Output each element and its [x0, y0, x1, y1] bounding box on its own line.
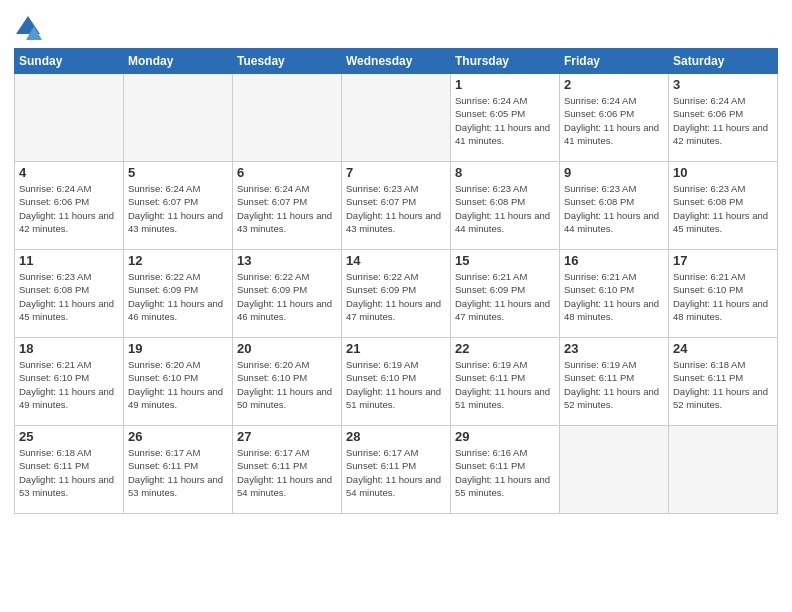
calendar-cell: 13Sunrise: 6:22 AMSunset: 6:09 PMDayligh… [233, 250, 342, 338]
day-number: 16 [564, 253, 664, 268]
day-info: Sunrise: 6:19 AMSunset: 6:11 PMDaylight:… [564, 358, 664, 411]
day-info: Sunrise: 6:18 AMSunset: 6:11 PMDaylight:… [19, 446, 119, 499]
day-number: 5 [128, 165, 228, 180]
day-info: Sunrise: 6:19 AMSunset: 6:11 PMDaylight:… [455, 358, 555, 411]
day-number: 23 [564, 341, 664, 356]
logo-icon [14, 14, 42, 42]
calendar-cell: 16Sunrise: 6:21 AMSunset: 6:10 PMDayligh… [560, 250, 669, 338]
day-info: Sunrise: 6:18 AMSunset: 6:11 PMDaylight:… [673, 358, 773, 411]
week-row-3: 18Sunrise: 6:21 AMSunset: 6:10 PMDayligh… [15, 338, 778, 426]
calendar-cell: 17Sunrise: 6:21 AMSunset: 6:10 PMDayligh… [669, 250, 778, 338]
day-info: Sunrise: 6:21 AMSunset: 6:10 PMDaylight:… [673, 270, 773, 323]
day-number: 8 [455, 165, 555, 180]
week-row-0: 1Sunrise: 6:24 AMSunset: 6:05 PMDaylight… [15, 74, 778, 162]
calendar-cell: 7Sunrise: 6:23 AMSunset: 6:07 PMDaylight… [342, 162, 451, 250]
header-day-sunday: Sunday [15, 49, 124, 74]
calendar-cell [124, 74, 233, 162]
day-info: Sunrise: 6:23 AMSunset: 6:08 PMDaylight:… [673, 182, 773, 235]
day-info: Sunrise: 6:20 AMSunset: 6:10 PMDaylight:… [128, 358, 228, 411]
calendar-cell: 23Sunrise: 6:19 AMSunset: 6:11 PMDayligh… [560, 338, 669, 426]
calendar-cell: 28Sunrise: 6:17 AMSunset: 6:11 PMDayligh… [342, 426, 451, 514]
calendar-cell: 29Sunrise: 6:16 AMSunset: 6:11 PMDayligh… [451, 426, 560, 514]
day-info: Sunrise: 6:16 AMSunset: 6:11 PMDaylight:… [455, 446, 555, 499]
day-number: 7 [346, 165, 446, 180]
calendar-cell: 3Sunrise: 6:24 AMSunset: 6:06 PMDaylight… [669, 74, 778, 162]
day-info: Sunrise: 6:23 AMSunset: 6:07 PMDaylight:… [346, 182, 446, 235]
calendar-cell [233, 74, 342, 162]
header [14, 10, 778, 42]
calendar-cell: 26Sunrise: 6:17 AMSunset: 6:11 PMDayligh… [124, 426, 233, 514]
day-number: 4 [19, 165, 119, 180]
day-number: 27 [237, 429, 337, 444]
calendar-cell: 20Sunrise: 6:20 AMSunset: 6:10 PMDayligh… [233, 338, 342, 426]
day-number: 9 [564, 165, 664, 180]
calendar-cell [669, 426, 778, 514]
calendar-cell: 2Sunrise: 6:24 AMSunset: 6:06 PMDaylight… [560, 74, 669, 162]
day-info: Sunrise: 6:19 AMSunset: 6:10 PMDaylight:… [346, 358, 446, 411]
day-number: 19 [128, 341, 228, 356]
day-info: Sunrise: 6:22 AMSunset: 6:09 PMDaylight:… [237, 270, 337, 323]
calendar-cell [560, 426, 669, 514]
calendar-cell: 9Sunrise: 6:23 AMSunset: 6:08 PMDaylight… [560, 162, 669, 250]
day-info: Sunrise: 6:22 AMSunset: 6:09 PMDaylight:… [346, 270, 446, 323]
calendar-cell: 25Sunrise: 6:18 AMSunset: 6:11 PMDayligh… [15, 426, 124, 514]
day-number: 22 [455, 341, 555, 356]
calendar-cell: 21Sunrise: 6:19 AMSunset: 6:10 PMDayligh… [342, 338, 451, 426]
calendar-cell: 10Sunrise: 6:23 AMSunset: 6:08 PMDayligh… [669, 162, 778, 250]
day-number: 21 [346, 341, 446, 356]
header-day-tuesday: Tuesday [233, 49, 342, 74]
day-info: Sunrise: 6:17 AMSunset: 6:11 PMDaylight:… [237, 446, 337, 499]
day-number: 29 [455, 429, 555, 444]
header-day-wednesday: Wednesday [342, 49, 451, 74]
calendar-cell: 22Sunrise: 6:19 AMSunset: 6:11 PMDayligh… [451, 338, 560, 426]
day-number: 1 [455, 77, 555, 92]
day-number: 15 [455, 253, 555, 268]
day-info: Sunrise: 6:23 AMSunset: 6:08 PMDaylight:… [19, 270, 119, 323]
day-info: Sunrise: 6:17 AMSunset: 6:11 PMDaylight:… [128, 446, 228, 499]
day-number: 17 [673, 253, 773, 268]
day-info: Sunrise: 6:24 AMSunset: 6:06 PMDaylight:… [19, 182, 119, 235]
logo [14, 14, 44, 42]
day-info: Sunrise: 6:22 AMSunset: 6:09 PMDaylight:… [128, 270, 228, 323]
header-day-thursday: Thursday [451, 49, 560, 74]
day-info: Sunrise: 6:23 AMSunset: 6:08 PMDaylight:… [455, 182, 555, 235]
day-number: 25 [19, 429, 119, 444]
calendar-cell: 6Sunrise: 6:24 AMSunset: 6:07 PMDaylight… [233, 162, 342, 250]
day-info: Sunrise: 6:21 AMSunset: 6:10 PMDaylight:… [19, 358, 119, 411]
header-row: SundayMondayTuesdayWednesdayThursdayFrid… [15, 49, 778, 74]
calendar-cell: 14Sunrise: 6:22 AMSunset: 6:09 PMDayligh… [342, 250, 451, 338]
week-row-2: 11Sunrise: 6:23 AMSunset: 6:08 PMDayligh… [15, 250, 778, 338]
day-number: 6 [237, 165, 337, 180]
week-row-4: 25Sunrise: 6:18 AMSunset: 6:11 PMDayligh… [15, 426, 778, 514]
week-row-1: 4Sunrise: 6:24 AMSunset: 6:06 PMDaylight… [15, 162, 778, 250]
calendar-cell: 4Sunrise: 6:24 AMSunset: 6:06 PMDaylight… [15, 162, 124, 250]
calendar-cell: 12Sunrise: 6:22 AMSunset: 6:09 PMDayligh… [124, 250, 233, 338]
day-info: Sunrise: 6:21 AMSunset: 6:09 PMDaylight:… [455, 270, 555, 323]
calendar-cell: 1Sunrise: 6:24 AMSunset: 6:05 PMDaylight… [451, 74, 560, 162]
day-info: Sunrise: 6:20 AMSunset: 6:10 PMDaylight:… [237, 358, 337, 411]
calendar-cell: 11Sunrise: 6:23 AMSunset: 6:08 PMDayligh… [15, 250, 124, 338]
day-number: 2 [564, 77, 664, 92]
calendar-cell: 15Sunrise: 6:21 AMSunset: 6:09 PMDayligh… [451, 250, 560, 338]
calendar-cell [15, 74, 124, 162]
calendar-cell: 18Sunrise: 6:21 AMSunset: 6:10 PMDayligh… [15, 338, 124, 426]
calendar-table: SundayMondayTuesdayWednesdayThursdayFrid… [14, 48, 778, 514]
day-number: 10 [673, 165, 773, 180]
day-number: 3 [673, 77, 773, 92]
header-day-monday: Monday [124, 49, 233, 74]
day-number: 12 [128, 253, 228, 268]
header-day-friday: Friday [560, 49, 669, 74]
day-info: Sunrise: 6:24 AMSunset: 6:06 PMDaylight:… [564, 94, 664, 147]
page: SundayMondayTuesdayWednesdayThursdayFrid… [0, 0, 792, 612]
day-number: 18 [19, 341, 119, 356]
calendar-cell: 19Sunrise: 6:20 AMSunset: 6:10 PMDayligh… [124, 338, 233, 426]
day-info: Sunrise: 6:21 AMSunset: 6:10 PMDaylight:… [564, 270, 664, 323]
day-number: 28 [346, 429, 446, 444]
day-info: Sunrise: 6:24 AMSunset: 6:06 PMDaylight:… [673, 94, 773, 147]
header-day-saturday: Saturday [669, 49, 778, 74]
day-info: Sunrise: 6:23 AMSunset: 6:08 PMDaylight:… [564, 182, 664, 235]
day-info: Sunrise: 6:17 AMSunset: 6:11 PMDaylight:… [346, 446, 446, 499]
day-info: Sunrise: 6:24 AMSunset: 6:05 PMDaylight:… [455, 94, 555, 147]
day-number: 14 [346, 253, 446, 268]
calendar-cell: 27Sunrise: 6:17 AMSunset: 6:11 PMDayligh… [233, 426, 342, 514]
